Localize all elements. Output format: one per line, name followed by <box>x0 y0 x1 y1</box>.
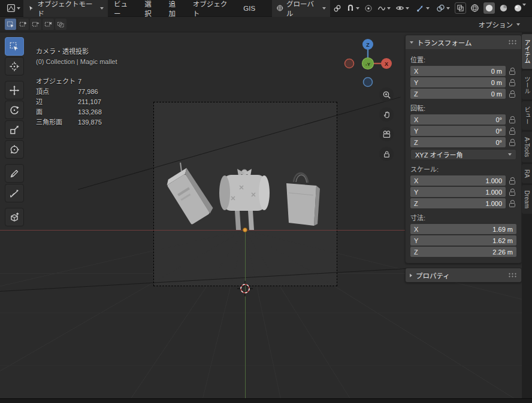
location-label: 位置: <box>410 54 516 64</box>
tab-dream[interactable]: Dream <box>522 185 532 214</box>
pan-button[interactable] <box>379 107 394 122</box>
location-group: 位置: X 0 m Y 0 m <box>410 54 516 99</box>
gizmo-x-ball[interactable]: X <box>381 58 392 69</box>
tab-a-tools[interactable]: A-Tools <box>522 132 532 162</box>
camera-view-button[interactable] <box>379 127 394 141</box>
shading-rendered-icon <box>513 4 522 13</box>
rotation-y-field[interactable]: Y 0° <box>410 126 506 136</box>
snap-toggle-button[interactable] <box>344 2 361 14</box>
viewport-3d[interactable]: カメラ・透視投影 (0) Collection | Magic mallet オ… <box>0 32 532 398</box>
lock-icon[interactable] <box>508 127 516 135</box>
lock-icon[interactable] <box>508 188 516 196</box>
location-y-field[interactable]: Y 0 m <box>410 77 506 87</box>
rotation-z-field[interactable]: Z 0° <box>410 137 506 147</box>
chevron-down-icon <box>522 4 526 6</box>
select-mode-subtract-button[interactable] <box>30 19 41 30</box>
dimensions-y-field[interactable]: Y 1.62 m <box>410 235 516 246</box>
tool-measure[interactable] <box>5 184 24 202</box>
chevron-down-icon <box>426 7 430 10</box>
transform-panel-header[interactable]: トランスフォーム <box>406 35 521 49</box>
object-bag <box>286 173 320 226</box>
gizmo-minus-x-ball[interactable] <box>345 59 354 68</box>
tab-item[interactable]: アイテム <box>522 34 532 69</box>
editor-type-button[interactable] <box>5 2 22 14</box>
shading-solid-icon <box>485 4 494 13</box>
tool-annotate[interactable] <box>5 164 24 183</box>
lock-icon[interactable] <box>508 199 516 208</box>
location-x-row: X 0 m <box>410 66 516 76</box>
select-mode-group <box>5 19 66 30</box>
svg-text:X: X <box>385 61 388 67</box>
panel-grip-icon[interactable] <box>508 40 517 45</box>
select-mode-extend-button[interactable] <box>17 19 29 30</box>
tool-move[interactable] <box>5 81 24 99</box>
tab-tool[interactable]: ツール <box>522 71 532 99</box>
scale-y-field[interactable]: Y 1.000 <box>410 187 506 197</box>
lock-icon[interactable] <box>508 177 516 185</box>
tab-view[interactable]: ビュー <box>522 101 532 130</box>
lock-icon[interactable] <box>508 78 516 87</box>
dimensions-z-field[interactable]: Z 2.26 m <box>410 247 516 257</box>
overlays-dropdown[interactable] <box>434 2 452 14</box>
tool-rotate[interactable] <box>5 101 24 119</box>
rotation-x-field[interactable]: X 0° <box>410 114 506 125</box>
gizmo-z-ball[interactable]: Z <box>362 39 373 50</box>
visibility-dropdown[interactable] <box>394 2 411 14</box>
location-x-field[interactable]: X 0 m <box>410 66 506 76</box>
zoom-button[interactable] <box>379 87 394 102</box>
blender-window: オブジェクトモード ビュー 選択 追加 オブジェクト GIS グローバル <box>0 0 532 403</box>
shading-material-button[interactable] <box>498 2 509 14</box>
lock-view-button[interactable] <box>379 147 394 161</box>
shading-solid-button[interactable] <box>483 2 495 14</box>
falloff-dropdown[interactable] <box>376 2 392 14</box>
lock-icon[interactable] <box>508 90 516 98</box>
tab-ra[interactable]: RA <box>522 164 532 183</box>
dimensions-y-row: Y 1.62 m <box>410 235 516 246</box>
lock-icon[interactable] <box>508 67 516 75</box>
location-z-row: Z 0 m <box>410 89 516 99</box>
navigation-gizmo[interactable]: Z X -Y <box>342 37 394 88</box>
tool-scale[interactable] <box>5 120 24 139</box>
transform-panel-title: トランスフォーム <box>417 38 471 47</box>
snap-target-button[interactable] <box>331 2 343 14</box>
xray-toggle-button[interactable] <box>455 2 466 14</box>
tool-add-cube[interactable] <box>5 208 24 226</box>
gizmo-minus-z-ball[interactable] <box>364 78 373 87</box>
dimensions-x-field[interactable]: X 1.69 m <box>410 224 516 234</box>
status-bar <box>0 398 532 403</box>
active-object-text: (0) Collection | Magic mallet <box>36 57 117 67</box>
tool-cursor[interactable] <box>5 57 24 75</box>
tool-select-box[interactable] <box>5 37 24 56</box>
rotate-icon <box>9 105 20 116</box>
shading-wireframe-button[interactable] <box>469 2 480 14</box>
shading-rendered-button[interactable] <box>512 2 527 14</box>
scene-objects[interactable] <box>153 102 337 286</box>
lock-icon[interactable] <box>508 116 516 124</box>
tool-transform[interactable] <box>5 140 24 159</box>
properties-panel-header[interactable]: プロパティ <box>406 268 521 282</box>
gizmo-y-ball[interactable]: -Y <box>362 58 374 69</box>
proportional-edit-button[interactable] <box>362 2 374 14</box>
scale-group: スケール: X 1.000 Y 1.000 <box>410 164 516 208</box>
proportional-center-icon <box>364 4 373 13</box>
menu-gis[interactable]: GIS <box>238 2 260 14</box>
rotation-z-row: Z 0° <box>410 137 516 147</box>
gizmos-dropdown[interactable] <box>414 2 431 14</box>
scale-z-field[interactable]: Z 1.000 <box>410 198 506 208</box>
rotation-mode-dropdown[interactable]: XYZ オイラー角 <box>410 149 516 160</box>
select-extend-icon <box>19 20 27 28</box>
stat-value: 7 <box>78 77 117 87</box>
options-dropdown[interactable]: オプション <box>474 18 525 31</box>
options-label: オプション <box>479 20 513 29</box>
lock-icon[interactable] <box>508 138 516 147</box>
rotation-y-row: Y 0° <box>410 126 516 136</box>
scale-y-row: Y 1.000 <box>410 187 516 197</box>
stat-label: オブジェクト <box>36 77 77 87</box>
select-mode-invert-button[interactable] <box>43 19 54 30</box>
scale-x-field[interactable]: X 1.000 <box>410 175 506 186</box>
panel-grip-icon[interactable] <box>508 272 517 278</box>
select-mode-new-button[interactable] <box>5 19 16 30</box>
object-origin-dot <box>243 228 247 232</box>
select-mode-intersect-button[interactable] <box>55 19 66 30</box>
location-z-field[interactable]: Z 0 m <box>410 89 506 99</box>
